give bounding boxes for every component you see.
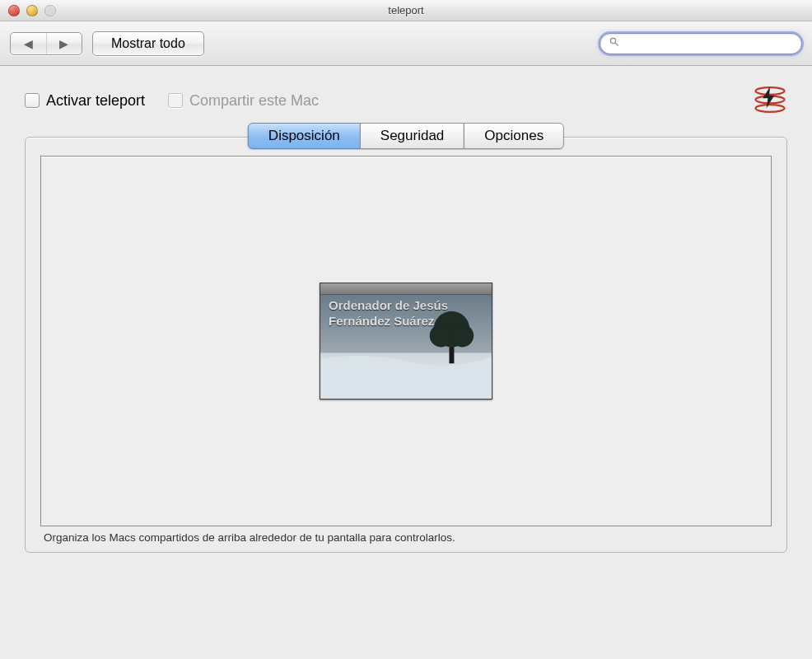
svg-point-0 [756, 87, 785, 95]
checkbox-icon [168, 93, 183, 108]
search-icon [609, 36, 623, 50]
tab-label: Disposición [268, 128, 340, 144]
share-mac-label: Compartir este Mac [189, 92, 319, 110]
tab-security[interactable]: Seguridad [360, 123, 465, 149]
tab-label: Opciones [484, 128, 544, 144]
back-button[interactable]: ◀ [11, 33, 47, 54]
window-title: teleport [0, 4, 812, 16]
checkbox-icon [25, 93, 40, 108]
tab-label: Seguridad [380, 128, 445, 144]
activate-teleport-label: Activar teleport [46, 92, 145, 110]
teleport-logo-icon [753, 82, 787, 117]
content: Activar teleport Compartir este Mac Disp… [0, 66, 812, 561]
show-all-label: Mostrar todo [111, 36, 185, 51]
monitor-menubar [320, 283, 492, 295]
chevron-right-icon: ▶ [59, 37, 68, 50]
layout-hint: Organiza los Macs compartidos de arriba … [40, 531, 772, 544]
chevron-left-icon: ◀ [24, 37, 33, 50]
layout-groupbox: Ordenador de Jesús Fernández Suárez Orga… [25, 137, 787, 553]
tab-panel: Disposición Seguridad Opciones [25, 137, 787, 553]
layout-canvas[interactable]: Ordenador de Jesús Fernández Suárez [40, 156, 772, 526]
tab-options[interactable]: Opciones [464, 123, 564, 149]
tab-layout[interactable]: Disposición [248, 123, 361, 149]
tabbar: Disposición Seguridad Opciones [248, 123, 564, 149]
titlebar: teleport [0, 0, 812, 21]
nav-buttons: ◀ ▶ [10, 32, 82, 55]
options-row: Activar teleport Compartir este Mac [25, 86, 787, 115]
local-monitor[interactable]: Ordenador de Jesús Fernández Suárez [320, 283, 492, 400]
svg-point-2 [756, 105, 785, 112]
share-mac-checkbox: Compartir este Mac [168, 92, 319, 110]
search-field[interactable] [600, 33, 802, 54]
search-input[interactable] [623, 37, 793, 49]
show-all-button[interactable]: Mostrar todo [92, 31, 204, 56]
monitor-name: Ordenador de Jesús Fernández Suárez [329, 298, 483, 330]
toolbar: ◀ ▶ Mostrar todo [0, 21, 812, 66]
forward-button[interactable]: ▶ [47, 33, 82, 54]
activate-teleport-checkbox[interactable]: Activar teleport [25, 92, 145, 110]
